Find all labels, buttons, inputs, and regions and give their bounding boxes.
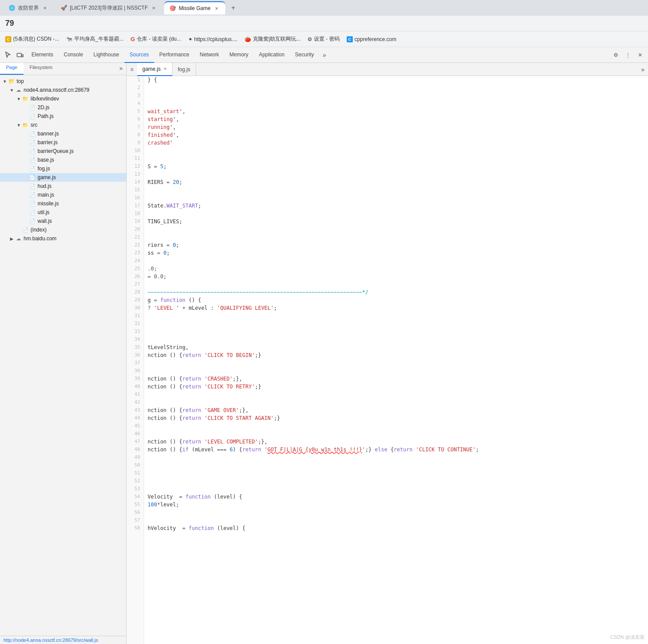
tree-hudjs-label: hud.js [38,183,52,189]
js-icon-main: 📄 [29,191,36,198]
editor-tabs-more[interactable]: » [638,63,648,76]
tree-item-baidu[interactable]: ▶ ☁ hm.baidu.com [0,234,126,243]
tree-src-label: src [31,122,38,128]
devtools-tab-memory[interactable]: Memory [224,47,254,63]
browser-titlebar: 🌐 攻防世界 ✕ 🚀 [LitCTF 2023]导弹迷踪 | NSSCTF ✕ … [0,0,648,16]
editor-tabs-bar: ≡ game.js ✕ fog.js » [127,63,648,76]
bookmark-1[interactable]: C (5条消息) CSDN -... [5,35,59,43]
libkevlindev-arrow: ▼ [16,97,22,101]
devtools-tab-console[interactable]: Console [59,47,88,63]
new-tab-button[interactable]: + [227,2,239,14]
tree-item-missilejs[interactable]: 📄 missile.js [0,199,126,208]
tree-item-utiljs[interactable]: 📄 util.js [0,208,126,217]
bookmarks-bar: C (5条消息) CSDN -... 🐄 平均身高_牛客题霸... G 仓库 -… [0,31,648,47]
sidebar-tab-page[interactable]: Page [0,63,24,75]
tab1-title: 攻防世界 [18,4,39,12]
sidebar-tab-more[interactable]: » [116,63,126,75]
devtools-tab-network[interactable]: Network [195,47,224,63]
tree-walljs-label: wall.js [38,218,52,224]
js-icon-base: 📄 [29,156,36,163]
bookmark-2-label: 平均身高_牛客题霸... [74,35,124,43]
tree-item-node4[interactable]: ▼ ☁ node4.anna.nssctf.cn:28679 [0,86,126,94]
html-icon-index: 📄 [22,226,29,233]
bookmark-2[interactable]: 🐄 平均身高_牛客题霸... [66,35,124,43]
tree-item-basejs[interactable]: 📄 base.js [0,156,126,164]
tab2-favicon: 🚀 [61,5,67,11]
tree-item-pathjs[interactable]: 📄 Path.js [0,112,126,121]
devtools-tab-lighthouse[interactable]: Lighthouse [88,47,124,63]
tree-utiljs-label: util.js [38,209,49,215]
tree-item-2djs[interactable]: 📄 2D.js [0,103,126,112]
editor-sidebar-toggle[interactable]: ≡ [127,63,137,76]
js-icon-2d: 📄 [29,104,36,111]
tree-item-bannerjs[interactable]: 📄 banner.js [0,129,126,138]
top-arrow: ▼ [2,79,8,84]
js-icon-missile: 📄 [29,200,36,207]
tree-item-barrierqueuejs[interactable]: 📄 barrierQueue.js [0,147,126,156]
devtools-tab-sources[interactable]: Sources [124,47,154,63]
gamejs-tab-close[interactable]: ✕ [163,66,167,71]
tab2-close[interactable]: ✕ [150,4,157,11]
tab-2[interactable]: 🚀 [LitCTF 2023]导弹迷踪 | NSSCTF ✕ [55,1,162,14]
devtools-responsive-icon[interactable] [14,49,26,61]
devtools-tab-security[interactable]: Security [290,47,319,63]
tree-item-walljs[interactable]: 📄 wall.js [0,217,126,225]
devtools-tab-elements[interactable]: Elements [26,47,59,63]
folder-icon: 📁 [8,78,15,85]
devtools-settings-icon[interactable]: ⚙ [610,49,622,61]
bookmark-6-icon: ⚙ [307,36,312,42]
tree-barrierjs-label: barrier.js [38,139,58,145]
js-icon-wall: 📄 [29,218,36,225]
tab1-favicon: 🌐 [9,5,15,11]
devtools-close-icon[interactable]: ✕ [634,49,646,61]
tree-item-src[interactable]: ▼ 📁 src [0,121,126,129]
node4-arrow: ▼ [9,88,15,93]
svg-rect-1 [22,55,23,57]
bookmark-5[interactable]: 🍅 克隆窝|助互联网玩... [245,35,300,43]
js-icon-banner: 📄 [29,130,36,137]
tab1-close[interactable]: ✕ [41,4,48,11]
bookmark-7[interactable]: C cppreference.com [347,36,396,42]
tree-item-hudjs[interactable]: 📄 hud.js [0,182,126,190]
tree-item-fogjs[interactable]: 📄 fog.js [0,164,126,173]
devtools-dots-icon[interactable]: ⋮ [622,49,634,61]
js-icon-barrierqueue: 📄 [29,148,36,155]
editor-tab-gamejs[interactable]: game.js ✕ [137,63,172,76]
code-lines-content: } { wait_start', starting', running', fi… [144,76,648,644]
devtools-more-tabs[interactable]: » [319,47,330,63]
devtools-cursor-icon[interactable] [2,49,14,61]
tab-1[interactable]: 🌐 攻防世界 ✕ [3,1,54,14]
tree-item-mainjs[interactable]: 📄 main.js [0,190,126,199]
bookmark-7-label: cppreference.com [355,36,396,42]
tree-mainjs-label: main.js [38,192,54,198]
tab3-close[interactable]: ✕ [213,5,220,12]
devtools-tab-performance[interactable]: Performance [154,47,195,63]
address-number: 79 [5,19,14,28]
tree-pathjs-label: Path.js [38,113,54,119]
tree-item-barrierjs[interactable]: 📄 barrier.js [0,138,126,147]
editor-tab-fogjs[interactable]: fog.js [172,63,196,76]
bookmark-3-label: 仓库 - 读卖渠 (du... [137,35,181,43]
devtools-tab-application[interactable]: Application [254,47,290,63]
sources-panel: Page Filesystem » ▼ 📁 top ▼ ☁ node4.anna… [0,63,648,644]
tree-item-index[interactable]: 📄 (index) [0,225,126,234]
code-content-area[interactable]: 1 2 3 4 5 6 7 8 9 10 11 12 13 14 15 16 1 [127,76,648,644]
bookmark-4-icon: ✦ [188,36,193,42]
sidebar-tab-filesystem[interactable]: Filesystem [24,63,59,75]
baidu-arrow: ▶ [9,236,15,241]
bookmark-4[interactable]: ✦ https://cplusplus.... [188,36,238,42]
tree-node4-label: node4.anna.nssctf.cn:28679 [24,87,90,93]
bookmark-1-label: (5条消息) CSDN -... [13,35,59,43]
bookmark-3[interactable]: G 仓库 - 读卖渠 (du... [131,35,181,43]
tab-3[interactable]: 🎯 Missile Game ✕ [164,1,225,14]
tree-top-label: top [17,78,24,84]
js-icon-fog: 📄 [29,165,36,172]
bookmark-6[interactable]: ⚙ 设置 - 密码 [307,35,340,43]
devtools-wrapper: Elements Console Lighthouse Sources Perf… [0,47,648,644]
tree-item-gamejs[interactable]: 📄 game.js [0,173,126,182]
folder-icon-lib: 📁 [22,95,29,102]
tree-fogjs-label: fog.js [38,166,50,172]
tree-item-top[interactable]: ▼ 📁 top [0,77,126,86]
tree-lib-label: lib/kevlindev [31,96,59,102]
tree-item-libkevlindev[interactable]: ▼ 📁 lib/kevlindev [0,94,126,103]
